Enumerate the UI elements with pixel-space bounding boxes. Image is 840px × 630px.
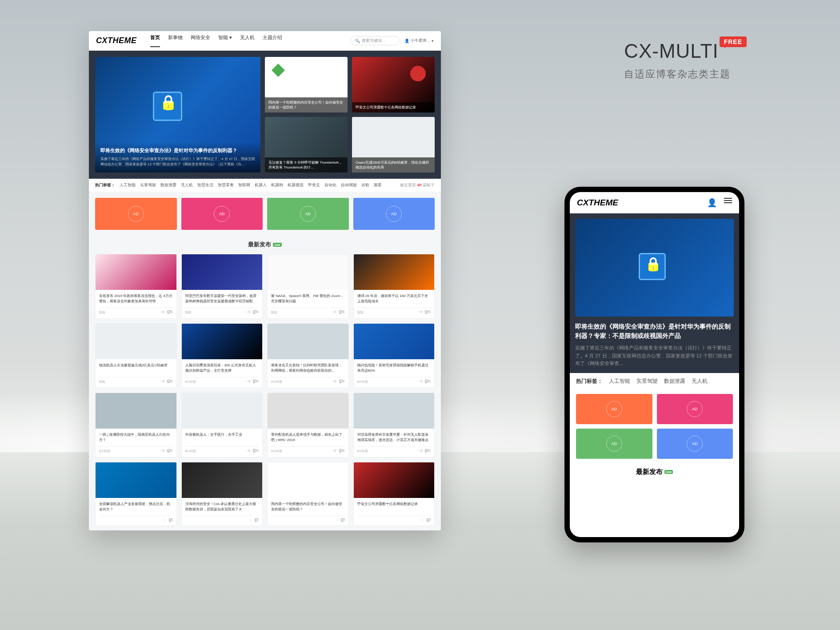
nav-item[interactable]: 新事物	[168, 34, 183, 47]
comment-count[interactable]: 💬0	[425, 310, 431, 315]
like-count[interactable]: ♡	[336, 518, 338, 522]
article-card[interactable]: 没有绝对的安全！CIA 承认遭遇过史上最大规模数据失窃，原因是自家后院着了火 ♡…	[181, 462, 263, 526]
tag-link[interactable]: 智慧生活	[197, 182, 213, 188]
tag-link[interactable]: 实景驾驶	[140, 182, 156, 188]
article-card[interactable]: 阿里巴巴发布数字基建新一代安全架构，首席架构师将钱盾和安全基建视成数字经济标配 …	[181, 254, 263, 319]
comment-count[interactable]: 💬0	[167, 449, 173, 453]
ad-slot[interactable]: AD	[353, 198, 435, 230]
nav-home[interactable]: 首页	[150, 34, 160, 47]
tag-link[interactable]: 机器人	[255, 182, 267, 188]
mobile-logo[interactable]: CXTHEME	[577, 198, 618, 208]
tag-link[interactable]: 黑客	[374, 182, 382, 188]
article-grid: 谷歌发布 2019 年政府黑客攻击报告：近 4万次警告，黑客攻击对象更加具有针对…	[95, 254, 435, 526]
like-count[interactable]: ♡0	[160, 310, 164, 315]
comment-count[interactable]: 💬0	[253, 449, 259, 453]
comment-count[interactable]: 💬0	[167, 380, 173, 384]
article-card[interactable]: 对话美团首席科学家夏华夏：针对无人配送落地现实场景，激光雷达、计算芯片成关键难点…	[353, 393, 435, 457]
card-thumbnail	[182, 254, 263, 290]
comment-count[interactable]: 💬	[341, 518, 345, 522]
nav-item[interactable]: 智能 ▾	[218, 34, 232, 47]
tag-link[interactable]: 数据泄露	[160, 182, 176, 188]
nav-item[interactable]: 主题介绍	[263, 34, 282, 47]
comment-count[interactable]: 💬0	[425, 449, 431, 453]
comment-count[interactable]: 💬0	[425, 380, 431, 384]
like-count[interactable]: ♡0	[246, 380, 250, 384]
new-badge: new	[273, 243, 282, 247]
user-icon[interactable]: 👤	[707, 198, 717, 208]
like-count[interactable]: ♡	[249, 518, 252, 522]
ad-slot[interactable]: AD	[95, 198, 177, 230]
article-card[interactable]: 国内第一个吃螃蟹的内存安全公司！如何做安全的最后一道防线？ ♡💬	[267, 462, 349, 526]
article-card[interactable]: 甲骨文公司泄露数十亿条网络数据记录 ♡💬	[353, 462, 435, 526]
like-count[interactable]: ♡0	[332, 380, 336, 384]
tag-link[interactable]: 机器狗	[271, 182, 283, 188]
hero-side-article[interactable]: 无法修复？黑客 5 分钟即可破解 Thunderbolt，所有装有 Thunde…	[265, 117, 348, 173]
tag-link[interactable]: 自动化	[324, 182, 336, 188]
tag-link[interactable]: 无人机	[692, 377, 708, 385]
nav-item[interactable]: 无人机	[240, 34, 255, 47]
like-count[interactable]: ♡0	[418, 449, 422, 453]
ad-slot[interactable]: AD	[576, 429, 652, 459]
comment-count[interactable]: 💬0	[339, 310, 345, 315]
article-card[interactable]: 一线 | 疫情防控大战中，隔离区机器人们在何方？ 8小时前 ♡0💬0	[95, 393, 177, 457]
like-count[interactable]: ♡0	[246, 310, 250, 315]
ad-slot[interactable]: AD	[181, 198, 263, 230]
tag-link[interactable]: 智慧零售	[218, 182, 234, 188]
tag-link[interactable]: 甲骨文	[308, 182, 320, 188]
article-card[interactable]: 人脸识别赛道添新玩家：360 正式发布五款人脸识别终端产品，主打安全牌 8小时前…	[181, 323, 263, 388]
site-logo[interactable]: CXTHEME	[96, 36, 137, 45]
mobile-hero-title[interactable]: 即将生效的《网络安全审查办法》是针对华为事件的反制利器？专家：不是限制或歧视国外…	[575, 322, 734, 341]
article-card[interactable]: 室外配送机器人迎来强手与数据，就先上街了吧 | WRC 2019 8小时前 ♡0…	[267, 393, 349, 457]
tag-link[interactable]: 人工智能	[609, 377, 630, 385]
like-count[interactable]: ♡0	[418, 310, 422, 315]
ad-slot[interactable]: AD	[657, 429, 733, 459]
hero-side-article[interactable]: Osaro完成1600万美元的B轮融资，强化仓储和物流自动化的布局	[352, 117, 435, 173]
tag-link[interactable]: 自动驾驶	[341, 182, 357, 188]
tag-link[interactable]: 机器视觉	[288, 182, 304, 188]
card-thumbnail	[96, 324, 176, 359]
comment-count[interactable]: 💬0	[253, 310, 259, 315]
user-menu[interactable]: 👤 小牛爱奔... ▾	[404, 38, 434, 44]
article-card[interactable]: 黑客攻击又出新招！比利时研究团队新发现：利用网络，黑客利用假也能伪装取你的...…	[267, 323, 349, 388]
mobile-hero-image[interactable]	[575, 219, 734, 317]
comment-count[interactable]: 💬	[169, 518, 173, 522]
hero-main-article[interactable]: 即将生效的《网络安全审查办法》是针对华为事件的反制利器？ 实施了将近三年的《网络…	[95, 57, 260, 173]
article-card[interactable]: 谷歌发布 2019 年政府黑客攻击报告：近 4万次警告，黑客攻击对象更加具有针对…	[95, 254, 177, 319]
like-count[interactable]: ♡0	[332, 310, 336, 315]
tag-link[interactable]: 人工智能	[120, 182, 136, 188]
article-card[interactable]: 缠绵 26 年后，微软终于以 160 万美元买下史上最危险域名 陈陈 ♡0💬0	[353, 254, 435, 319]
hero-side-article[interactable]: 国内第一个吃螃蟹的内存安全公司！如何做安全的最后一道防线？	[265, 57, 348, 112]
tag-link[interactable]: 无人机	[181, 182, 193, 188]
hamburger-icon[interactable]	[724, 198, 732, 208]
comment-count[interactable]: 💬	[255, 518, 259, 522]
ad-slot[interactable]: AD	[576, 394, 652, 424]
like-count[interactable]: ♡0	[332, 449, 336, 453]
nav-item[interactable]: 网络安全	[191, 34, 210, 47]
comment-count[interactable]: 💬0	[253, 380, 259, 384]
card-thumbnail	[354, 324, 435, 359]
article-card[interactable]: 外骨骼机器人：左手医疗，右手工业 8小时前 ♡0💬0	[181, 393, 263, 457]
ad-slot[interactable]: AD	[657, 394, 733, 424]
search-input[interactable]: 🔍 搜索关键词...	[350, 36, 399, 45]
like-count[interactable]: ♡0	[160, 449, 164, 453]
like-count[interactable]: ♡	[421, 518, 424, 522]
article-card[interactable]: 顾问也危险！新研究发现假指纹解锁手机通过率高达80% 8小时前 ♡0💬0	[353, 323, 435, 388]
ad-slot[interactable]: AD	[267, 198, 349, 230]
card-thumbnail	[182, 393, 263, 429]
like-count[interactable]: ♡0	[418, 380, 422, 384]
like-count[interactable]: ♡0	[246, 449, 250, 453]
comment-count[interactable]: 💬0	[339, 380, 345, 384]
tag-link[interactable]: 实景驾驶	[636, 377, 658, 385]
like-count[interactable]: ♡	[164, 518, 166, 522]
hero-side-article[interactable]: 甲骨文公司泄露数十亿条网络数据记录	[352, 57, 435, 112]
tag-link[interactable]: 谷歌	[361, 182, 369, 188]
comment-count[interactable]: 💬0	[167, 310, 173, 315]
like-count[interactable]: ♡0	[160, 380, 164, 384]
tag-link[interactable]: 数据泄露	[664, 377, 685, 385]
article-card[interactable]: 被 NASA、SpaceX 禁用、FBI 警告的 Zoom，究竟哪里有问题 陈陈…	[267, 254, 349, 319]
comment-count[interactable]: 💬0	[339, 449, 345, 453]
comment-count[interactable]: 💬	[427, 518, 431, 522]
article-card[interactable]: 全面解读机器人产业发展现状：拐点过后，机会何方？ ♡💬	[95, 462, 177, 526]
tag-link[interactable]: 智联网	[238, 182, 250, 188]
article-card[interactable]: 物流机器人企业极智嘉完成2亿美元C轮融资 陈陈 ♡0💬0	[95, 323, 177, 388]
